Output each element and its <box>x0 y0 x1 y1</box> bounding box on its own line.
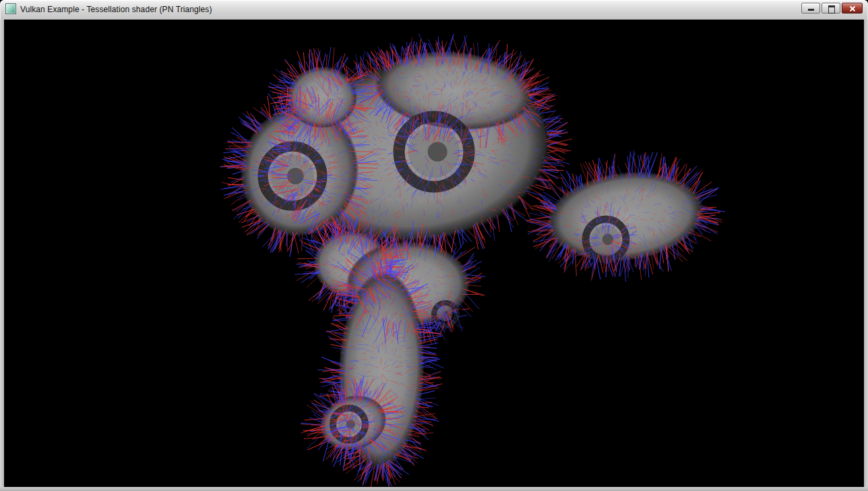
window-controls <box>801 3 863 13</box>
minimize-button[interactable] <box>801 3 820 13</box>
maximize-icon <box>828 5 835 13</box>
app-icon <box>5 3 16 14</box>
maximize-button[interactable] <box>822 3 840 13</box>
app-window: Vulkan Example - Tessellation shader (PN… <box>0 0 868 491</box>
render-viewport[interactable] <box>4 20 864 487</box>
close-button[interactable] <box>842 3 863 13</box>
window-title: Vulkan Example - Tessellation shader (PN… <box>20 5 212 14</box>
window-frame-right <box>864 20 868 487</box>
close-icon <box>849 5 856 12</box>
window-frame-bottom <box>0 487 868 491</box>
title-bar[interactable]: Vulkan Example - Tessellation shader (PN… <box>0 0 868 20</box>
minimize-icon <box>808 9 814 11</box>
